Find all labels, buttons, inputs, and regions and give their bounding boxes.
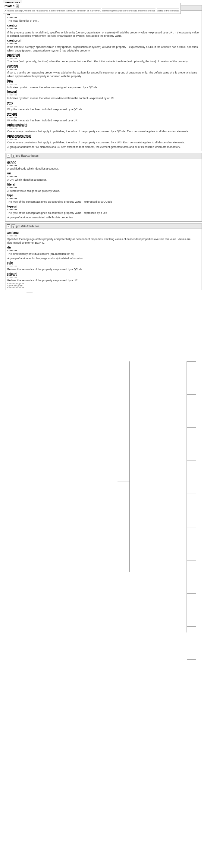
field-creator: creator ▪▪▪▪▪▪▪▪ <box>7 24 200 30</box>
diagram-container: attributes − g grp commonPowerAttributes… <box>0 0 204 868</box>
field-custom: custom ▪▪▪▪▪▪▪▪ If set to true the corre… <box>7 64 200 78</box>
field-whyuri: whyuri ▪▪▪▪▪▪▪▪ Why the metadata has bee… <box>7 112 200 123</box>
flex-attributes-title: − g grp flexAttributes <box>5 153 202 158</box>
common-power-attributes-group: − g grp commonPowerAttributes id ▪▪▪▪▪▪▪… <box>5 5 202 151</box>
field-uri: uri ▪▪▪▪▪▪▪▪ A URI which identifies a co… <box>7 172 200 182</box>
field-howuri: howuri ▪▪▪▪▪▪▪▪ Indicates by which means… <box>7 90 200 100</box>
field-literal: literal ▪▪▪▪▪▪▪▪ A freetext value assign… <box>7 183 200 193</box>
field-any-other-i18n: any ##other <box>7 283 200 288</box>
field-instattr-common: A group of attributes for all elements o… <box>7 146 200 149</box>
i18n-grp-icon: g <box>11 224 15 228</box>
field-pubconstraint: pubconstraint ▪▪▪▪▪▪▪▪ One or many const… <box>7 123 200 133</box>
related-hash: # <box>16 4 19 8</box>
field-dir: dir ▪▪▪▪▪▪▪▪ The directionality of textu… <box>7 246 200 256</box>
field-instattr-i18n: A group of attributes for language and s… <box>7 257 200 260</box>
field-xmllang: xmllang ▪▪▪▪▪▪▪▪ Specifies the language … <box>7 231 200 245</box>
related-box: related # A related concept, where the r… <box>3 3 102 14</box>
i18n-attributes-title: − g grp i18nAttributes <box>5 224 202 229</box>
related-desc: A related concept, where the relationshi… <box>4 9 100 12</box>
field-type: type ▪▪▪▪▪▪▪▪ The type of the concept as… <box>7 194 200 204</box>
flex-expand-icon[interactable]: − <box>7 154 10 157</box>
field-id: id ▪▪▪▪▪▪▪▪ The local identifier of the.… <box>7 13 200 23</box>
i18n-grp-label: g grp i18nAttributes <box>11 224 39 228</box>
field-why: why ▪▪▪▪▪▪▪▪ Why the metadata has been i… <box>7 101 200 112</box>
i18n-attributes-group: − g grp i18nAttributes xmllang ▪▪▪▪▪▪▪▪ … <box>5 223 202 290</box>
field-instattr-flex: A group of attributes associated with fl… <box>7 216 200 220</box>
field-modified: modified ▪▪▪▪▪▪▪▪ The date (and optional… <box>7 53 200 64</box>
field-roleuri: roleuri ▪▪▪▪▪▪▪▪ Refines the semantics o… <box>7 272 200 282</box>
field-typeuri: typeuri ▪▪▪▪▪▪▪▪ The type of the concept… <box>7 205 200 215</box>
i18n-expand-icon[interactable]: − <box>7 224 10 228</box>
i18n-attributes-content: xmllang ▪▪▪▪▪▪▪▪ Specifies the language … <box>5 229 202 289</box>
flex-grp-icon: g <box>11 154 15 157</box>
related-field-title: related <box>4 4 14 8</box>
field-qcode: qcode ▪▪▪▪▪▪▪▪ A qualified code which id… <box>7 160 200 171</box>
common-power-attributes-content: id ▪▪▪▪▪▪▪▪ The local identifier of the.… <box>5 10 202 151</box>
field-creatoruri: creatoruri ▪▪▪▪▪▪▪▪ If the attribute is … <box>7 39 200 53</box>
field-pubconstrainturi: pubconstrainturi ▪▪▪▪▪▪▪▪ One or many co… <box>7 134 200 145</box>
flex-attributes-content: qcode ▪▪▪▪▪▪▪▪ A qualified code which id… <box>5 158 202 221</box>
flex-attributes-group: − g grp flexAttributes qcode ▪▪▪▪▪▪▪▪ A … <box>5 153 202 222</box>
attributes-main-box: − g grp commonPowerAttributes id ▪▪▪▪▪▪▪… <box>3 3 204 292</box>
flex-grp-label: g grp flexAttributes <box>11 154 38 157</box>
field-role: role ▪▪▪▪▪▪▪▪ Refines the semantics of t… <box>7 261 200 271</box>
field-how: how ▪▪▪▪▪▪▪▪ Indicates by which means th… <box>7 79 200 89</box>
field-creator-desc: If the property value is not defined, sp… <box>7 31 200 38</box>
